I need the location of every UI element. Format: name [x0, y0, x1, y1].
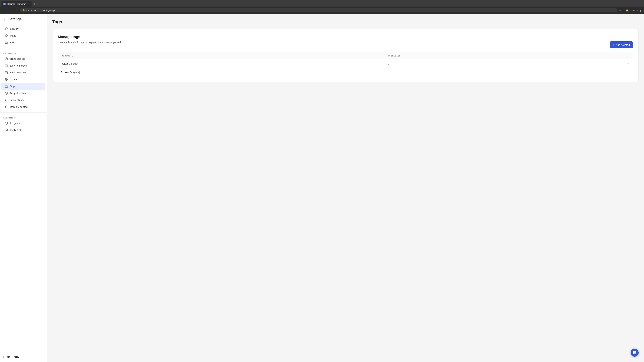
- svg-point-18: [6, 130, 7, 131]
- talent-clipper-icon: [5, 98, 8, 102]
- tags-table: Tag name ▲ In active use Project Manager…: [58, 52, 633, 76]
- svg-line-12: [6, 92, 8, 94]
- candidates-section-label: Candidates ▲: [0, 50, 47, 55]
- settings-back-button[interactable]: ←: [3, 17, 6, 21]
- svg-point-14: [5, 100, 6, 101]
- in-active-use-cell: 0: [386, 59, 623, 68]
- add-new-tag-button[interactable]: + Add new tag: [610, 41, 633, 48]
- tab-title: Settings · Homerun: [8, 3, 26, 5]
- page-title: Tags: [52, 19, 639, 24]
- in-active-use-cell: [386, 68, 623, 76]
- sidebar-item-label: Hiring process: [10, 57, 25, 60]
- email-templates-icon: [5, 64, 8, 67]
- sidebar-item-label: Disqualification: [10, 92, 26, 94]
- actions-column-header: [623, 52, 633, 59]
- menu-icon[interactable]: ⋮: [639, 8, 642, 12]
- sidebar-item-tags[interactable]: Tags: [1, 83, 46, 90]
- sidebar-item-hiring-process[interactable]: Hiring process: [1, 55, 46, 62]
- tag-name-cell: Fashion Designer: [58, 68, 386, 76]
- table-body: Project Manager 0 ··· Fashion Designer: [58, 59, 633, 76]
- main-content: Tags Manage tags Create, edit and add ta…: [47, 14, 644, 362]
- in-active-use-column-header: In active use: [386, 52, 623, 59]
- sidebar-item-label: Sources: [10, 78, 18, 81]
- forward-nav-button[interactable]: →: [8, 8, 13, 12]
- reload-button[interactable]: ↻: [14, 8, 19, 12]
- row-actions-cell: ···: [623, 59, 633, 68]
- sidebar-item-security[interactable]: Security: [1, 25, 46, 32]
- tag-name-column-header[interactable]: Tag name ▲: [58, 52, 386, 59]
- card-header-row: Create, edit and add tags to keep your c…: [58, 41, 633, 48]
- browser-chrome: H Settings · Homerun ✕ + ← → ↻ 🔒 app.hom…: [0, 0, 644, 14]
- sidebar-item-recently-deleted[interactable]: Recently deleted: [1, 104, 46, 110]
- browser-toolbar: ← → ↻ 🔒 app.homerun.co/settings/tags ☆ ▱…: [0, 6, 644, 14]
- svg-line-17: [6, 99, 6, 100]
- sidebar-title: Settings: [8, 17, 22, 21]
- sidebar-toggle-icon[interactable]: ▱: [622, 9, 624, 12]
- sidebar-item-label: Email templates: [10, 64, 27, 67]
- billing-icon: [5, 41, 8, 44]
- sidebar-item-public-api[interactable]: Public API: [1, 127, 46, 133]
- svg-rect-4: [5, 71, 8, 74]
- event-templates-icon: [5, 71, 8, 74]
- sidebar-item-event-templates[interactable]: Event templates: [1, 69, 46, 76]
- table-header: Tag name ▲ In active use: [58, 52, 633, 59]
- sidebar-item-label: Public API: [10, 129, 21, 131]
- sidebar-item-talent-clipper[interactable]: Talent clipper: [1, 97, 46, 103]
- candidates-section: Candidates ▲ Hiring process Email templa…: [0, 49, 47, 112]
- sidebar-item-plans[interactable]: Plans: [1, 32, 46, 39]
- sidebar-item-label: Billing: [10, 41, 16, 44]
- tags-icon: [5, 85, 8, 88]
- tab-close-button[interactable]: ✕: [27, 2, 30, 5]
- hiring-process-icon: [5, 57, 8, 60]
- table-row: Project Manager 0 ···: [58, 59, 633, 68]
- public-api-icon: [5, 128, 8, 132]
- homerun-logo: HOMERUN: [3, 356, 20, 359]
- sidebar-item-label: Plans: [10, 34, 16, 37]
- address-bar[interactable]: 🔒 app.homerun.co/settings/tags: [20, 8, 618, 12]
- tab-favicon: H: [3, 3, 6, 5]
- sidebar-item-billing[interactable]: Billing: [1, 39, 46, 46]
- shield-icon: [5, 27, 8, 30]
- sidebar-header: ← Settings: [0, 14, 47, 24]
- tags-card: Manage tags Create, edit and add tags to…: [52, 29, 639, 82]
- sidebar-item-label: Talent clipper: [10, 99, 24, 101]
- sidebar-item-integrations[interactable]: Integrations: [1, 120, 46, 126]
- chat-button[interactable]: [630, 349, 639, 357]
- sidebar-item-label: Recently deleted: [10, 106, 28, 108]
- sidebar-item-label: Integrations: [10, 122, 22, 124]
- customize-section: Customize ▼ Integrations Public API: [0, 113, 47, 135]
- candidates-chevron-icon: ▲: [14, 53, 16, 54]
- svg-point-13: [5, 99, 6, 100]
- recently-deleted-icon: [5, 105, 8, 109]
- back-nav-button[interactable]: ←: [2, 8, 7, 12]
- sidebar-logo: HOMERUN: [0, 353, 47, 362]
- sidebar-item-sources[interactable]: Sources: [1, 76, 46, 83]
- sidebar-item-email-templates[interactable]: Email templates: [1, 62, 46, 69]
- toolbar-right: ☆ ▱ 🕵 Incognito ⋮: [619, 8, 642, 12]
- url-display: app.homerun.co/settings/tags: [26, 9, 55, 11]
- sort-asc-icon: ▲: [72, 55, 73, 57]
- row-actions-cell: [623, 68, 633, 76]
- app: ← Settings Security Plans Bill: [0, 14, 644, 362]
- sidebar-item-disqualification[interactable]: Disqualification: [1, 90, 46, 96]
- active-tab[interactable]: H Settings · Homerun ✕: [1, 1, 32, 6]
- integrations-icon: [5, 121, 8, 125]
- plans-icon: [5, 34, 8, 37]
- sidebar-item-label: Event templates: [10, 71, 27, 74]
- card-description: Create, edit and add tags to keep your c…: [58, 41, 122, 44]
- new-tab-button[interactable]: +: [32, 2, 37, 6]
- svg-rect-10: [5, 86, 8, 87]
- sidebar-divider-2: [0, 112, 47, 113]
- svg-marker-0: [5, 34, 8, 37]
- sidebar: ← Settings Security Plans Bill: [0, 14, 47, 362]
- customize-chevron-icon: ▼: [14, 117, 16, 119]
- top-section: Security Plans Billing: [0, 24, 47, 47]
- sidebar-item-label: Security: [10, 27, 18, 30]
- svg-line-16: [7, 100, 8, 101]
- customize-section-label: Customize ▼: [0, 115, 47, 120]
- tag-name-cell: Project Manager: [58, 59, 386, 68]
- row-actions-button[interactable]: ···: [626, 62, 629, 65]
- bookmark-icon[interactable]: ☆: [619, 9, 621, 12]
- add-icon: +: [613, 43, 614, 46]
- table-row: Fashion Designer: [58, 68, 633, 76]
